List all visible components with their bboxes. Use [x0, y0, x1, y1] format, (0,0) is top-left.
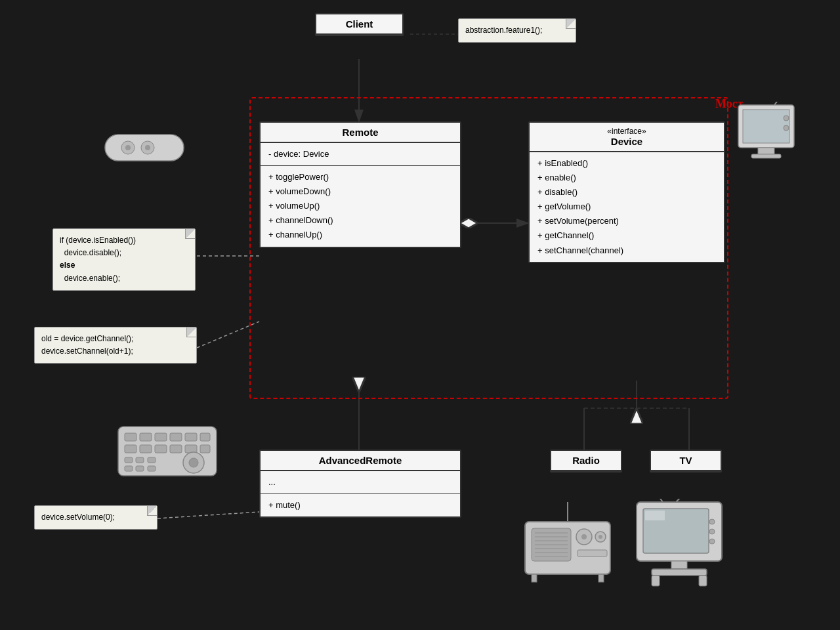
svg-point-41	[189, 458, 198, 467]
tv-illustration-bottom	[633, 499, 728, 591]
device-method-0: + isEnabled()	[537, 156, 716, 171]
remote-illustration	[102, 128, 187, 167]
if-note: if (device.isEnabled()) device.disable()…	[52, 228, 196, 291]
svg-point-59	[581, 534, 587, 539]
svg-rect-63	[532, 574, 537, 582]
device-method-4: + setVolume(percent)	[537, 214, 716, 228]
svg-rect-39	[200, 445, 210, 453]
svg-point-70	[709, 519, 715, 524]
svg-rect-74	[652, 569, 707, 576]
channel-note-line1: old = device.getChannel();	[41, 333, 190, 345]
svg-rect-32	[185, 433, 197, 441]
svg-rect-69	[645, 511, 665, 520]
tv-box: TV	[650, 450, 722, 472]
remote-method-4: + channelUp()	[268, 228, 452, 242]
remote-method-1: + volumeDown()	[268, 184, 452, 199]
tv-header: TV	[651, 451, 721, 471]
device-methods: + isEnabled() + enable() + disable() + g…	[530, 152, 724, 262]
svg-rect-45	[125, 466, 133, 471]
remote-method-2: + volumeUp()	[268, 199, 452, 213]
radio-illustration	[518, 499, 617, 584]
device-method-5: + getChannel()	[537, 228, 716, 243]
device-name: Device	[537, 136, 716, 147]
if-note-line3: else	[60, 259, 188, 272]
svg-rect-44	[148, 457, 156, 463]
channel-note-line2: device.setChannel(old+1);	[41, 345, 190, 358]
svg-rect-29	[140, 433, 152, 441]
device-header: «interface» Device	[530, 123, 724, 152]
svg-point-18	[125, 145, 131, 150]
radio-header: Radio	[551, 451, 621, 471]
mute-note-text: device.setVolume(0);	[41, 511, 150, 524]
svg-rect-33	[200, 433, 210, 441]
svg-rect-36	[155, 445, 167, 453]
remote-fields: - device: Device	[261, 143, 460, 166]
mute-note: device.setVolume(0);	[34, 505, 158, 530]
advanced-remote-method-0: + mute()	[268, 498, 452, 513]
svg-point-25	[784, 116, 789, 121]
radio-box: Radio	[550, 450, 622, 472]
device-method-2: + disable()	[537, 185, 716, 200]
if-note-line1: if (device.isEnabled())	[60, 234, 188, 247]
device-box: «interface» Device + isEnabled() + enabl…	[528, 121, 725, 263]
svg-rect-62	[578, 550, 607, 556]
device-method-1: + enable()	[537, 171, 716, 185]
svg-rect-42	[125, 457, 133, 463]
svg-rect-76	[699, 576, 707, 586]
svg-rect-75	[652, 576, 660, 586]
svg-rect-46	[136, 466, 144, 471]
advanced-remote-field-0: ...	[268, 475, 452, 490]
if-note-line2: device.disable();	[60, 247, 188, 259]
tv-illustration-top	[735, 102, 801, 174]
diagram-container: Client abstraction.feature1(); Мост Remo…	[0, 0, 840, 630]
channel-note: old = device.getChannel(); device.setCha…	[34, 327, 197, 364]
device-stereotype: «interface»	[537, 127, 716, 136]
svg-point-61	[598, 535, 602, 539]
svg-point-72	[709, 539, 715, 544]
advanced-remote-fields: ...	[261, 471, 460, 494]
svg-rect-24	[751, 154, 781, 158]
remote-methods: + togglePower() + volumeDown() + volumeU…	[261, 166, 460, 246]
svg-rect-38	[185, 445, 197, 453]
device-method-3: + getVolume()	[537, 200, 716, 214]
advanced-remote-box: AdvancedRemote ... + mute()	[259, 450, 461, 518]
svg-line-14	[158, 512, 259, 518]
svg-point-71	[709, 529, 715, 534]
svg-rect-43	[136, 457, 144, 463]
svg-rect-35	[140, 445, 152, 453]
svg-rect-30	[155, 433, 167, 441]
svg-rect-37	[170, 445, 182, 453]
client-note-text: abstraction.feature1();	[465, 26, 542, 35]
remote-header: Remote	[261, 123, 460, 143]
svg-rect-28	[125, 433, 136, 441]
svg-rect-47	[148, 466, 156, 471]
svg-rect-64	[598, 574, 604, 582]
svg-point-19	[145, 145, 150, 150]
remote-method-0: + togglePower()	[268, 170, 452, 184]
remote-field-0: - device: Device	[268, 147, 452, 161]
svg-rect-31	[170, 433, 182, 441]
advanced-remote-methods: + mute()	[261, 494, 460, 516]
client-box: Client	[315, 13, 404, 36]
advanced-remote-header: AdvancedRemote	[261, 451, 460, 471]
svg-line-13	[197, 322, 259, 348]
svg-rect-21	[743, 110, 789, 143]
advanced-remote-illustration	[115, 423, 220, 479]
remote-box: Remote - device: Device + togglePower() …	[259, 121, 461, 248]
svg-rect-34	[125, 445, 136, 453]
client-header: Client	[316, 14, 402, 35]
remote-method-3: + channelDown()	[268, 213, 452, 228]
device-method-6: + setChannel(channel)	[537, 243, 716, 258]
if-note-line4: device.enable();	[60, 272, 188, 285]
svg-rect-73	[671, 561, 687, 569]
client-note: abstraction.feature1();	[458, 18, 576, 43]
svg-rect-23	[758, 148, 774, 154]
svg-point-26	[784, 125, 789, 131]
